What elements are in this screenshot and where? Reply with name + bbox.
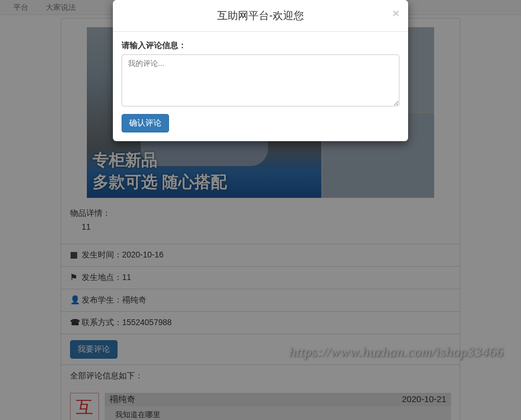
submit-comment-button[interactable]: 确认评论 bbox=[122, 114, 169, 132]
comment-modal: 互助网平台-欢迎您 × 请输入评论信息： 确认评论 bbox=[113, 0, 408, 141]
comment-textarea[interactable] bbox=[122, 54, 399, 106]
close-icon[interactable]: × bbox=[392, 7, 399, 19]
modal-label: 请输入评论信息： bbox=[122, 40, 399, 51]
modal-title: 互助网平台-欢迎您 bbox=[122, 9, 399, 23]
